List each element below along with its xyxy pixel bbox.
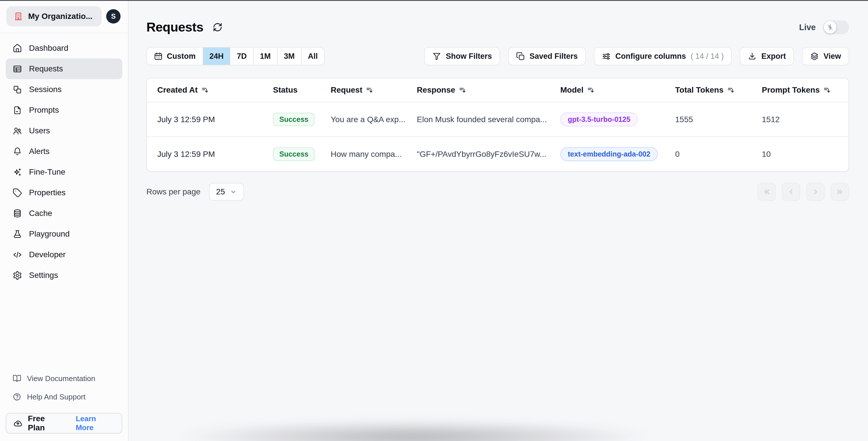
cloud-upload-icon xyxy=(13,419,23,428)
time-range-24h[interactable]: 24H xyxy=(203,47,231,65)
view-documentation-link[interactable]: View Documentation xyxy=(6,369,122,388)
chevrons-left-icon xyxy=(763,188,771,196)
refresh-button[interactable] xyxy=(213,22,222,32)
model-badge: gpt-3.5-turbo-0125 xyxy=(560,112,638,127)
table-icon xyxy=(12,64,22,74)
time-range-group: Custom 24H 7D 1M 3M All xyxy=(146,47,324,65)
sidebar-item-properties[interactable]: Properties xyxy=(6,182,122,203)
sidebar-item-label: Fine-Tune xyxy=(29,167,65,177)
help-and-support-link[interactable]: Help And Support xyxy=(6,388,122,406)
users-icon xyxy=(12,126,22,136)
cell-model: gpt-3.5-turbo-0125 xyxy=(560,112,675,127)
column-header-request[interactable]: Request xyxy=(331,86,417,95)
sidebar-item-developer[interactable]: Developer xyxy=(6,244,122,265)
live-label: Live xyxy=(799,23,816,32)
chevron-down-icon xyxy=(229,188,237,196)
column-header-prompt-tokens[interactable]: Prompt Tokens xyxy=(762,86,842,95)
previous-page-button[interactable] xyxy=(782,183,800,201)
sidebar-footer: View Documentation Help And Support Free… xyxy=(0,369,128,441)
sidebar-item-label: Alerts xyxy=(29,147,50,156)
sidebar-item-label: Prompts xyxy=(29,105,59,115)
time-range-custom[interactable]: Custom xyxy=(147,47,203,65)
cell-response: Elon Musk founded several compa... xyxy=(417,115,560,124)
refresh-icon xyxy=(213,22,222,32)
sidebar-item-label: Cache xyxy=(29,209,52,218)
time-range-all[interactable]: All xyxy=(302,47,324,65)
org-switcher[interactable]: My Organizatio... xyxy=(6,6,102,26)
time-range-3m[interactable]: 3M xyxy=(278,47,302,65)
live-toggle[interactable] xyxy=(823,20,849,34)
cell-status: Success xyxy=(273,113,331,126)
sidebar-item-playground[interactable]: Playground xyxy=(6,224,122,244)
book-open-icon xyxy=(12,374,21,383)
cell-total-tokens: 1555 xyxy=(675,115,762,124)
table-row[interactable]: July 3 12:59 PM Success How many compa..… xyxy=(147,136,848,171)
chevrons-right-icon xyxy=(836,188,844,196)
time-range-1m[interactable]: 1M xyxy=(254,47,278,65)
sidebar-item-requests[interactable]: Requests xyxy=(6,59,122,79)
bell-icon xyxy=(12,147,22,156)
column-header-total-tokens[interactable]: Total Tokens xyxy=(675,86,762,95)
sidebar-item-prompts[interactable]: Prompts xyxy=(6,100,122,121)
sidebar-item-label: Requests xyxy=(29,64,63,73)
table-row[interactable]: July 3 12:59 PM Success You are a Q&A ex… xyxy=(147,102,848,136)
sidebar-item-users[interactable]: Users xyxy=(6,121,122,141)
cell-model: text-embedding-ada-002 xyxy=(560,147,675,161)
sidebar-item-dashboard[interactable]: Dashboard xyxy=(6,38,122,59)
avatar[interactable]: S xyxy=(106,9,121,24)
sidebar-item-label: Dashboard xyxy=(29,43,68,53)
chevron-right-icon xyxy=(811,188,820,196)
rows-per-page-select[interactable]: 25 xyxy=(209,183,244,201)
toolbar-actions: Show Filters Saved Filters Configure col… xyxy=(424,47,849,65)
learn-more-link[interactable]: Learn More xyxy=(76,414,115,432)
database-icon xyxy=(12,209,22,218)
sort-icon xyxy=(823,86,831,94)
sort-icon xyxy=(727,86,735,94)
flask-icon xyxy=(12,229,22,239)
building-icon xyxy=(14,12,23,21)
view-button[interactable]: View xyxy=(802,47,849,65)
cell-request: You are a Q&A exp... xyxy=(331,115,417,124)
column-header-model[interactable]: Model xyxy=(560,86,675,95)
columns-count: ( 14 / 14 ) xyxy=(691,52,724,61)
sidebar-nav: Dashboard Requests Sessions Prompts User… xyxy=(0,33,128,285)
column-header-response[interactable]: Response xyxy=(417,86,560,95)
configure-columns-button[interactable]: Configure columns ( 14 / 14 ) xyxy=(594,47,732,65)
sparkles-icon xyxy=(12,167,22,177)
sidebar-item-fine-tune[interactable]: Fine-Tune xyxy=(6,162,122,182)
model-badge: text-embedding-ada-002 xyxy=(560,147,658,161)
org-row: My Organizatio... S xyxy=(0,0,128,33)
cell-created-at: July 3 12:59 PM xyxy=(157,150,273,159)
last-page-button[interactable] xyxy=(831,183,849,201)
first-page-button[interactable] xyxy=(757,183,776,201)
sort-icon xyxy=(587,86,595,94)
sort-icon xyxy=(459,86,466,94)
sidebar-item-settings[interactable]: Settings xyxy=(6,265,122,285)
cell-response: "GF+/PAvdYbyrrGo8yFz6vIeSU7w... xyxy=(417,150,560,159)
time-range-7d[interactable]: 7D xyxy=(230,47,254,65)
funnel-icon xyxy=(432,52,441,61)
sessions-icon xyxy=(12,85,22,94)
sort-icon xyxy=(366,86,373,94)
live-toggle-group: Live xyxy=(799,20,849,34)
rows-per-page-label: Rows per page xyxy=(146,187,200,196)
saved-filters-button[interactable]: Saved Filters xyxy=(508,47,586,65)
column-header-status: Status xyxy=(273,86,331,95)
download-icon xyxy=(748,52,756,61)
next-page-button[interactable] xyxy=(806,183,825,201)
plan-label: Free Plan xyxy=(28,414,63,432)
column-header-created-at[interactable]: Created At xyxy=(157,86,273,95)
layers-icon xyxy=(810,52,819,61)
pager-buttons xyxy=(757,183,849,201)
copy-icon xyxy=(516,52,525,61)
sidebar-item-cache[interactable]: Cache xyxy=(6,203,122,224)
show-filters-button[interactable]: Show Filters xyxy=(424,47,500,65)
sort-icon xyxy=(201,86,209,94)
cell-total-tokens: 0 xyxy=(675,150,762,159)
sidebar-item-sessions[interactable]: Sessions xyxy=(6,79,122,100)
export-button[interactable]: Export xyxy=(740,47,794,65)
sidebar-item-label: Sessions xyxy=(29,85,62,94)
home-icon xyxy=(12,43,22,53)
plan-card[interactable]: Free Plan Learn More xyxy=(6,413,122,434)
sidebar-item-alerts[interactable]: Alerts xyxy=(6,141,122,162)
